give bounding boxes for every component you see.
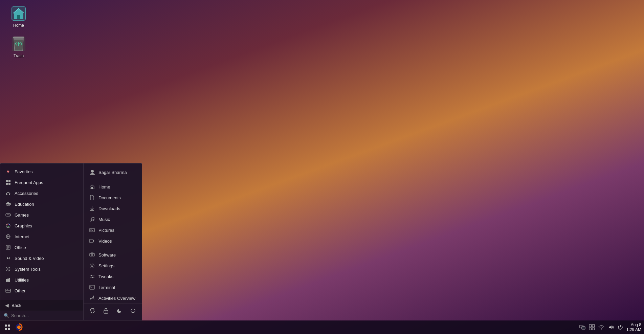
- menu-item-frequent-apps[interactable]: Frequent Apps: [0, 177, 83, 188]
- svg-rect-15: [6, 214, 10, 216]
- svg-line-38: [9, 270, 10, 271]
- sound-video-label: Sound & Video: [15, 256, 44, 261]
- svg-point-52: [90, 220, 91, 221]
- other-label: Other: [15, 288, 26, 293]
- right-activities-label: Activities Overview: [98, 296, 135, 301]
- right-pictures-icon: [89, 227, 95, 233]
- menu-right-software[interactable]: Software: [84, 249, 142, 260]
- menu-right-videos[interactable]: Videos: [84, 236, 142, 246]
- svg-line-40: [6, 270, 7, 271]
- svg-marker-83: [609, 326, 612, 329]
- right-music-label: Music: [98, 217, 110, 222]
- menu-item-graphics[interactable]: Graphics: [0, 220, 83, 231]
- right-videos-icon: [89, 238, 95, 244]
- svg-point-23: [8, 226, 9, 227]
- action-refresh-button[interactable]: [88, 307, 96, 315]
- menu-bottom-actions: [84, 304, 142, 317]
- right-software-icon: [89, 252, 95, 258]
- menu-item-utilities[interactable]: Utilities: [0, 274, 83, 285]
- system-tools-icon: [5, 266, 11, 272]
- user-icon: [89, 169, 96, 176]
- menu-right-separator-1: [89, 248, 136, 248]
- favorites-label: Favorites: [15, 169, 32, 174]
- svg-rect-69: [5, 325, 7, 327]
- svg-rect-59: [92, 253, 94, 256]
- right-tweaks-icon: [89, 273, 95, 280]
- search-input[interactable]: [11, 313, 80, 318]
- svg-marker-31: [7, 257, 9, 260]
- desktop-icon-home[interactable]: Home: [5, 3, 32, 30]
- home-icon-label: Home: [13, 23, 24, 28]
- favorites-icon: ♥: [5, 169, 11, 175]
- svg-rect-58: [90, 253, 92, 256]
- accessories-icon: [5, 190, 11, 196]
- action-lock-button[interactable]: [102, 307, 110, 315]
- menu-item-other[interactable]: Other: [0, 285, 83, 296]
- search-icon: 🔍: [4, 313, 9, 318]
- svg-rect-78: [589, 325, 592, 327]
- menu-left-panel: ♥ Favorites Frequent Apps: [0, 163, 84, 320]
- menu-search-bar: 🔍: [0, 311, 83, 320]
- menu-right-pictures[interactable]: Pictures: [84, 225, 142, 236]
- power-icon[interactable]: [617, 324, 624, 331]
- menu-right-downloads[interactable]: Downloads: [84, 203, 142, 214]
- menu-item-accessories[interactable]: Accessories: [0, 188, 83, 199]
- svg-point-62: [91, 275, 92, 276]
- menu-item-favorites[interactable]: ♥ Favorites: [0, 166, 83, 177]
- taskbar-right: Aug 8 1:29 AM: [579, 322, 641, 332]
- svg-point-22: [9, 224, 10, 225]
- right-home-label: Home: [98, 184, 110, 190]
- menu-right-activities[interactable]: Activities Overview: [84, 293, 142, 304]
- firefox-button[interactable]: [14, 322, 24, 332]
- trash-icon-label: Trash: [14, 53, 24, 58]
- workspaces-icon[interactable]: [589, 324, 595, 331]
- svg-rect-9: [6, 183, 8, 185]
- menu-item-education[interactable]: Education: [0, 199, 83, 209]
- user-name: Sagar Sharma: [98, 170, 127, 175]
- desktop-icon-trash[interactable]: Trash: [5, 34, 32, 60]
- menu-item-sound-video[interactable]: Sound & Video: [0, 253, 83, 264]
- svg-point-53: [93, 219, 94, 221]
- menu-right-home[interactable]: Home: [84, 181, 142, 192]
- menu-right-music[interactable]: Music: [84, 214, 142, 225]
- menu-item-internet[interactable]: Internet: [0, 231, 83, 242]
- svg-rect-70: [8, 325, 10, 327]
- graphics-icon: [5, 223, 11, 229]
- right-home-icon: [89, 184, 95, 190]
- menu-back-button[interactable]: ◀ Back: [0, 300, 83, 311]
- graphics-label: Graphics: [15, 223, 32, 228]
- desktop: Home Trash ♥ Favorites: [0, 0, 644, 334]
- right-downloads-icon: [89, 205, 95, 211]
- start-menu: ♥ Favorites Frequent Apps: [0, 163, 142, 320]
- menu-right-tweaks[interactable]: Tweaks: [84, 271, 142, 282]
- action-suspend-button[interactable]: [115, 307, 124, 315]
- menu-right-documents[interactable]: Documents: [84, 192, 142, 203]
- svg-point-47: [91, 170, 94, 173]
- apps-grid-button[interactable]: [3, 322, 12, 332]
- menu-right-terminal[interactable]: Terminal: [84, 282, 142, 293]
- svg-point-60: [91, 265, 93, 267]
- taskbar-time: 1:29 AM: [626, 327, 641, 332]
- games-icon: [5, 212, 11, 218]
- menu-item-system-tools[interactable]: System Tools: [0, 264, 83, 274]
- games-label: Games: [15, 213, 29, 218]
- menu-item-games[interactable]: Games: [0, 209, 83, 220]
- frequent-apps-icon: [5, 179, 11, 185]
- svg-rect-80: [589, 328, 592, 330]
- window-switcher-icon[interactable]: [579, 324, 586, 331]
- action-power-button[interactable]: [129, 307, 137, 315]
- svg-rect-63: [90, 277, 94, 278]
- network-icon[interactable]: [598, 324, 605, 331]
- sound-video-icon: [5, 255, 11, 261]
- office-label: Office: [15, 245, 26, 250]
- svg-point-11: [6, 194, 7, 195]
- svg-rect-42: [7, 279, 9, 282]
- svg-rect-56: [90, 239, 93, 243]
- menu-item-office[interactable]: Office: [0, 242, 83, 253]
- back-label: Back: [12, 303, 21, 308]
- svg-point-75: [18, 326, 20, 328]
- right-documents-label: Documents: [98, 195, 121, 200]
- volume-icon[interactable]: [607, 324, 614, 331]
- utilities-label: Utilities: [15, 277, 29, 283]
- menu-right-settings[interactable]: Settings: [84, 260, 142, 271]
